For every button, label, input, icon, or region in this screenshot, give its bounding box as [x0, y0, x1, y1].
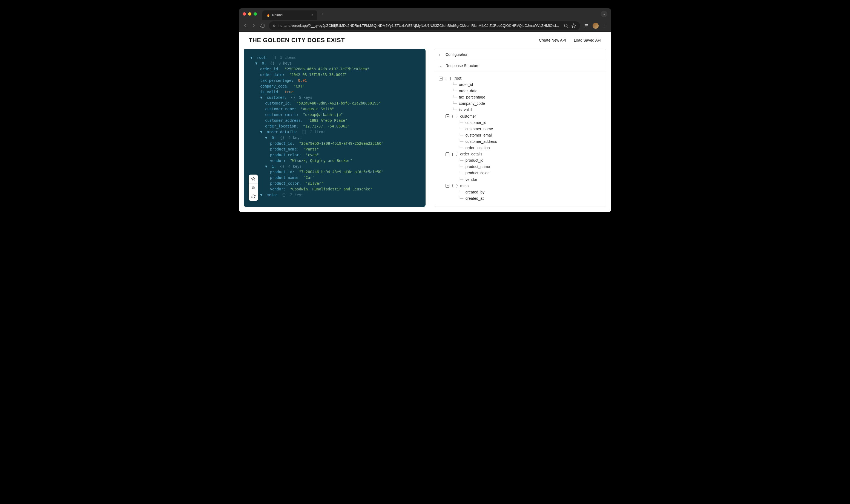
traffic-lights — [243, 12, 257, 16]
json-key: root: — [257, 55, 268, 60]
tree-label: customer_address — [466, 139, 497, 145]
tree-array-row[interactable]: [ ] order_details — [439, 151, 601, 157]
create-api-link[interactable]: Create New API — [539, 38, 566, 42]
tree-leaf[interactable]: └─created_at — [439, 195, 601, 202]
tree-leaf[interactable]: └─order_id — [439, 82, 601, 88]
close-tab-button[interactable]: × — [311, 13, 313, 17]
json-key: customer_name: — [265, 107, 296, 111]
reload-button[interactable] — [260, 23, 265, 28]
tree-connector-icon: └─ — [452, 101, 457, 107]
page-content: THE GOLDEN CITY DOES EXIST Create New AP… — [239, 32, 611, 212]
tree-leaf[interactable]: └─customer_address — [439, 139, 601, 145]
accordion-label: Configuration — [446, 52, 468, 57]
tree-leaf[interactable]: └─customer_email — [439, 132, 601, 139]
load-api-link[interactable]: Load Saved API — [574, 38, 601, 42]
tree-object-row[interactable]: { } meta — [439, 183, 601, 189]
collapse-toggle[interactable]: ▼ — [250, 55, 253, 60]
collapse-toggle[interactable]: ▼ — [265, 164, 268, 169]
site-settings-icon[interactable]: ⚙ — [273, 24, 276, 28]
json-object-row[interactable]: ▼ meta: {} 2 keys — [249, 192, 421, 198]
forward-button[interactable] — [251, 23, 256, 28]
browser-tab[interactable]: 🔥 Noland × — [262, 11, 317, 20]
json-key: product_name: — [270, 147, 299, 151]
collapse-toggle[interactable]: ▼ — [255, 60, 258, 66]
page-header: THE GOLDEN CITY DOES EXIST Create New AP… — [239, 32, 611, 49]
json-root-row[interactable]: ▼ root: [] 5 items — [249, 55, 421, 60]
tree-leaf[interactable]: └─is_valid — [439, 107, 601, 113]
svg-marker-1 — [572, 23, 576, 28]
tree-leaf[interactable]: └─company_code — [439, 101, 601, 107]
tree-connector-icon: └─ — [459, 145, 463, 151]
tree-leaf[interactable]: └─order_location — [439, 145, 601, 151]
json-value: "b82a04a8-8d89-4621-b9f6-c2a2b8050195" — [296, 101, 381, 105]
accordion-label: Response Structure — [446, 64, 480, 68]
tree-leaf[interactable]: └─order_date — [439, 88, 601, 94]
tab-list-dropdown[interactable]: ⌄ — [601, 11, 607, 17]
window-minimize-button[interactable] — [248, 12, 251, 16]
response-structure-accordion[interactable]: ⌄ Response Structure — [434, 60, 606, 71]
collapse-toggle[interactable]: ▼ — [265, 135, 268, 141]
tree-leaf[interactable]: └─created_by — [439, 189, 601, 195]
json-field-row: customer_id: "b82a04a8-8d89-4621-b9f6-c2… — [249, 101, 421, 106]
tab-title: Noland — [272, 13, 309, 17]
titlebar: 🔥 Noland × + ⌄ — [239, 8, 611, 20]
json-field-row: tax_percentage: 0.01 — [249, 78, 421, 84]
tree-label: order_details — [460, 151, 482, 157]
pin-button[interactable] — [249, 175, 258, 183]
menu-icon[interactable] — [603, 23, 607, 28]
item-count: 4 keys — [288, 136, 302, 140]
tree-leaf[interactable]: └─product_id — [439, 157, 601, 164]
tree-leaf[interactable]: └─product_name — [439, 164, 601, 170]
item-count: 2 keys — [290, 193, 303, 197]
json-value: "oreap@vikahhi.je" — [303, 112, 343, 117]
json-key: product_name: — [270, 175, 299, 180]
collapse-box-icon[interactable] — [446, 152, 449, 156]
tree-leaf[interactable]: └─customer_name — [439, 126, 601, 132]
json-array-row[interactable]: ▼ order_details: [] 2 items — [249, 129, 421, 135]
json-key: customer_id: — [265, 101, 292, 105]
tree-leaf[interactable]: └─tax_percentage — [439, 94, 601, 101]
collapse-box-icon[interactable] — [439, 77, 443, 80]
profile-avatar[interactable] — [593, 23, 599, 29]
json-field-row: company_code: "CXT" — [249, 84, 421, 89]
tree-connector-icon: └─ — [452, 107, 457, 113]
json-object-row[interactable]: ▼ 0: {} 4 keys — [249, 135, 421, 141]
zoom-icon[interactable] — [563, 23, 569, 28]
json-key: product_id: — [270, 141, 294, 146]
json-key: vendor: — [270, 158, 285, 163]
json-value: true — [284, 90, 294, 94]
window-close-button[interactable] — [243, 12, 246, 16]
tree-connector-icon: └─ — [452, 82, 457, 88]
tree-leaf[interactable]: └─vendor — [439, 177, 601, 183]
json-panel: ▼ root: [] 5 items ▼ 0: {} 8 keys order_… — [244, 49, 426, 207]
json-object-row[interactable]: ▼ 0: {} 8 keys — [249, 60, 421, 66]
collapse-box-icon[interactable] — [446, 184, 449, 188]
tree-object-row[interactable]: { } customer — [439, 113, 601, 120]
collapse-box-icon[interactable] — [446, 114, 449, 118]
tree-leaf[interactable]: └─product_color — [439, 170, 601, 176]
collapse-toggle[interactable]: ▼ — [260, 129, 263, 135]
json-field-row: customer_email: "oreap@vikahhi.je" — [249, 112, 421, 118]
tree-root-row[interactable]: [ ] :root: — [439, 75, 601, 82]
window-maximize-button[interactable] — [254, 12, 257, 16]
json-object-row[interactable]: ▼ 1: {} 4 keys — [249, 164, 421, 169]
json-object-row[interactable]: ▼ customer: {} 5 keys — [249, 95, 421, 101]
configuration-accordion[interactable]: › Configuration — [434, 49, 606, 60]
new-tab-button[interactable]: + — [319, 11, 326, 18]
json-value: "Goodwin, Runolfsdottir and Leuschke" — [290, 187, 372, 191]
tree-leaf[interactable]: └─customer_id — [439, 120, 601, 126]
json-key: 0: — [272, 136, 276, 140]
json-value: 0.01 — [298, 78, 307, 83]
copy-button[interactable] — [249, 183, 258, 192]
structure-panel: › Configuration ⌄ Response Structure [ ]… — [434, 49, 606, 207]
browser-window: 🔥 Noland × + ⌄ ⚙ no-land.vercel.app/?__q… — [239, 8, 611, 212]
back-button[interactable] — [243, 23, 247, 28]
url-bar[interactable]: ⚙ no-land.vercel.app/?__q=eyJpZCI6IjE1MD… — [269, 21, 580, 30]
bookmark-star-icon[interactable] — [571, 23, 576, 28]
refresh-button[interactable] — [249, 192, 258, 201]
collapse-toggle[interactable]: ▼ — [260, 95, 263, 101]
reading-list-icon[interactable] — [584, 23, 589, 28]
collapse-toggle[interactable]: ▼ — [260, 192, 263, 198]
json-key: order_details: — [267, 130, 298, 134]
item-count: 5 keys — [299, 95, 312, 100]
